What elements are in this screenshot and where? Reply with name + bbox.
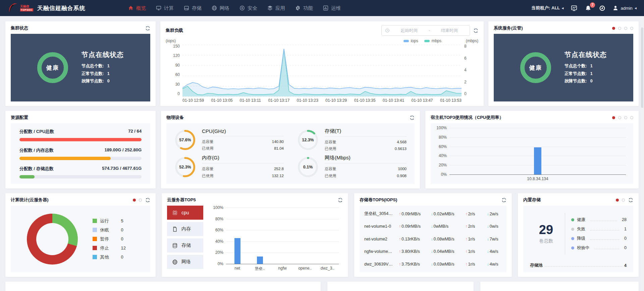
card-title: 资源配置 [11,115,28,121]
tab-network[interactable]: 网络 [167,255,203,269]
nav-item-storage[interactable]: 存储 [184,5,202,11]
security-icon [239,5,245,11]
card-title: 计算统计(云服务器) [11,197,49,203]
pagination-dot[interactable] [630,27,633,30]
memory-allocation: 分配数 / 内存总数189.00G / 252.80G [19,147,142,160]
nav-item-security[interactable]: 安全 [239,5,257,11]
storage-state-verifying: 校验中0 [571,245,627,251]
screen-toggle-icon[interactable] [598,4,606,12]
table-row: dwz_30639V… ↑3.75rKB/s ↓0.03wMB/s ↑1r/s … [364,259,502,269]
cpu-chip-icon [172,210,178,216]
pagination-dot[interactable] [612,27,615,30]
refresh-icon[interactable] [145,198,150,203]
up-arrow-icon: ↑ [399,262,401,267]
nav-item-operations[interactable]: 运维 [323,5,341,11]
scrollbar-thumb[interactable] [641,27,643,108]
bar-chart-icon [323,5,328,11]
topsec-swoosh-icon [7,3,19,13]
pagination-dot[interactable] [624,27,627,30]
pagination-dot[interactable] [630,116,633,119]
cluster-load-card: 集群负载 起始时间 - 结束时间 (iops) [160,21,484,106]
refresh-icon[interactable] [473,28,478,33]
storage-gauge-cell: 12.3% 存储(T) 总容量4.568 已使用0.5613 [297,127,407,154]
legend-running: 运行5 [93,218,135,224]
down-arrow-icon: ↓ [487,212,489,216]
tab-memory[interactable]: 内存 [167,222,203,236]
layers-icon [267,5,273,11]
storage-pool-row: 存储池4 [530,259,627,268]
nav-item-network[interactable]: 网络 [212,5,229,11]
up-arrow-icon: ↑ [466,212,468,216]
user-menu[interactable]: admin ◀ [612,5,637,11]
health-ring: 健康 [37,52,68,83]
down-arrow-icon: ↓ [431,262,433,267]
nav-item-application[interactable]: 应用 [267,5,285,11]
server-top5-bar-chart: 100%80%60%40%20%0%net堡垒..ngfwopene..dwz_… [208,206,343,272]
monitor-icon [156,5,161,11]
end-time-placeholder[interactable]: 结束时间 [433,28,466,33]
chart-legend: iops mbps [404,39,441,43]
pagination-dot[interactable] [133,199,136,202]
health-ring: 健康 [520,52,551,83]
pagination-dots [133,199,142,202]
server-top5-card: 云服务器TOP5 cpu 内存 存储 [162,193,348,277]
host-cpu-bar-chart: 100%80%60%40%20%0%10.8.34.134 [431,123,633,184]
legend-iops[interactable]: iops [404,39,418,43]
legend-paused: 暂停0 [93,236,135,242]
pagination-dot[interactable] [139,199,142,202]
refresh-icon[interactable] [145,26,150,31]
monitoring-screen-icon[interactable] [570,4,578,12]
gear-icon [295,5,301,11]
pagination-dot[interactable] [612,116,615,119]
pagination-dot[interactable] [618,116,621,119]
app-title: 天融信超融合系统 [37,4,86,12]
network-usage-gauge: 0.1% [297,156,319,178]
right-axis-label: (mbps) [462,39,478,43]
clock-icon [385,28,390,33]
tenant-selector[interactable]: 当前租户: ALL ◀ [531,5,564,11]
nav-item-overview[interactable]: 概览 [128,5,146,11]
partial-card [5,282,321,291]
table-row: 堡垒机_3054… ↑0.09rMB/s ↓0.02wMB/s ↑2r/s ↓2… [364,209,502,219]
refresh-icon[interactable] [410,115,415,120]
pagination-dot[interactable] [618,27,621,30]
donut-legend: 运行5 休眠0 暂停0 停止12 其他0 [93,218,135,260]
compute-stats-card: 计算统计(云服务器) 运行5 休眠0 暂停0 停止12 其他0 [5,193,156,277]
down-arrow-icon: ↓ [487,237,489,241]
metric-tabs: cpu 内存 存储 网络 [167,206,203,272]
alarm-count-badge: 7 [590,2,595,8]
refresh-icon[interactable] [338,198,343,203]
refresh-icon[interactable] [628,198,633,203]
volume-total: 29 卷总数 [530,212,562,256]
tab-storage[interactable]: 存储 [167,238,203,252]
up-arrow-icon: ↑ [466,224,468,229]
tab-cpu[interactable]: cpu [167,206,203,220]
memory-usage-gauge: 52.3% [174,156,196,178]
node-status-panel: 健康 节点在线状态 节点总个数:1 正常节点数:1 故障节点数:0 [494,34,633,101]
nav-item-function[interactable]: 功能 [295,5,313,11]
alarm-bell-icon[interactable]: 7 [584,4,592,12]
pagination-dot[interactable] [624,116,627,119]
logo-text-en: TOPSEC [20,8,33,11]
pagination-dot[interactable] [622,199,625,202]
network-gauge-cell: 0.1% 网络(Mbps) 总容量1000 已使用0.908 [297,154,407,181]
card-title: 宿主机TOP3使用情况（CPU使用率） [431,115,503,121]
caret-icon: ◀ [635,7,637,10]
partial-card [480,282,639,291]
start-time-placeholder[interactable]: 起始时间 [392,28,426,33]
nav-item-compute[interactable]: 计算 [156,5,174,11]
storage-state-healthy: 健康28 [571,217,627,223]
card-title: 集群负载 [166,27,183,33]
card-title: 云服务器TOP5 [167,197,196,203]
pagination-dot[interactable] [616,199,619,202]
refresh-icon[interactable] [501,198,506,203]
time-range-picker[interactable]: 起始时间 - 结束时间 [381,25,470,36]
cpu-allocation: 分配数 / CPU总数72 / 64 [19,129,142,141]
down-arrow-icon: ↓ [431,249,433,254]
globe-icon [172,259,178,265]
pagination-dots [612,27,633,30]
node-stat: 正常节点数:1 [82,70,124,78]
logo-text-cn: 天融信 [20,5,33,8]
down-arrow-icon: ↓ [431,224,433,229]
legend-mbps[interactable]: mbps [424,39,441,43]
